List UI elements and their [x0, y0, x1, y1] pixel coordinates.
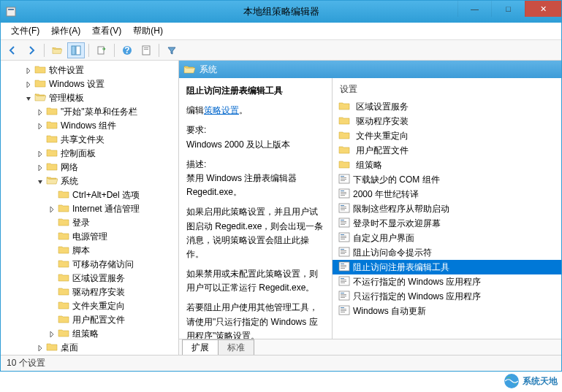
filter-button[interactable] — [163, 42, 181, 58]
tree-toggle-icon[interactable] — [36, 164, 45, 172]
tree-toggle-icon[interactable] — [36, 108, 45, 117]
folder-icon — [58, 189, 72, 201]
tree-toggle-icon[interactable] — [24, 66, 33, 75]
menu-view[interactable]: 查看(V) — [86, 23, 127, 39]
list-item[interactable]: 驱动程序安装 — [333, 114, 561, 128]
help-button[interactable]: ? — [118, 42, 136, 58]
tree-node[interactable]: Internet 通信管理 — [1, 202, 178, 216]
tree-node[interactable]: Ctrl+Alt+Del 选项 — [1, 188, 178, 202]
svg-rect-7 — [8, 9, 14, 10]
setting-icon — [338, 188, 350, 201]
requirements-label: 要求: — [186, 125, 206, 135]
content-header-title: 系统 — [200, 64, 217, 76]
edit-policy-link[interactable]: 策略设置 — [204, 105, 239, 115]
list-item-label: 组策略 — [356, 159, 382, 172]
back-button[interactable] — [4, 42, 21, 58]
export-button[interactable] — [93, 42, 110, 58]
description-p1: 禁用 Windows 注册表编辑器 Regedit.exe。 — [186, 173, 297, 197]
properties-button[interactable] — [137, 42, 155, 58]
menu-help[interactable]: 帮助(H) — [127, 23, 169, 39]
svg-rect-14 — [144, 47, 148, 48]
tree-label: 脚本 — [72, 245, 90, 257]
forward-button[interactable] — [23, 42, 40, 58]
watermark: 系统天地 — [504, 373, 558, 389]
tree-label: 区域设置服务 — [72, 272, 125, 285]
tree-toggle-icon[interactable] — [48, 205, 56, 214]
show-tree-button[interactable] — [67, 42, 85, 58]
list-item[interactable]: 区域设置服务 — [333, 99, 561, 114]
folder-icon — [46, 106, 61, 118]
description-p4: 若要阻止用户使用其他管理工具，请使用"只运行指定的 Windows 应用程序"策… — [186, 301, 324, 339]
tree-node[interactable]: 系统 — [1, 174, 178, 188]
tree-node[interactable]: 组策略 — [1, 327, 178, 341]
list-item-label: 文件夹重定向 — [356, 130, 409, 142]
svg-rect-13 — [143, 46, 150, 55]
maximize-button[interactable]: □ — [491, 1, 525, 17]
app-icon — [5, 6, 17, 18]
tree-toggle-icon[interactable] — [36, 150, 45, 158]
tree-pane[interactable]: 软件设置Windows 设置管理模板"开始"菜单和任务栏Windows 组件共享… — [1, 61, 179, 355]
settings-list-pane[interactable]: 设置 区域设置服务驱动程序安装文件夹重定向用户配置文件组策略下载缺少的 COM … — [333, 78, 561, 339]
list-item[interactable]: Windows 自动更新 — [333, 304, 561, 318]
tree-node[interactable]: Windows 组件 — [1, 119, 178, 133]
up-button[interactable] — [48, 42, 66, 58]
tree-node[interactable]: 电源管理 — [1, 230, 178, 244]
tree-node[interactable]: 可移动存储访问 — [1, 258, 178, 272]
watermark-text: 系统天地 — [523, 375, 558, 388]
tree-node[interactable]: 登录 — [1, 216, 178, 230]
list-item[interactable]: 不运行指定的 Windows 应用程序 — [333, 274, 561, 289]
tree-node[interactable]: 管理模板 — [1, 91, 178, 105]
menu-action[interactable]: 操作(A) — [45, 23, 86, 39]
list-item[interactable]: 登录时不显示欢迎屏幕 — [333, 216, 561, 231]
list-item-label: 自定义用户界面 — [353, 232, 414, 245]
setting-icon — [338, 276, 350, 288]
tree-toggle-icon[interactable] — [24, 80, 33, 89]
tree-label: 可移动存储访问 — [72, 258, 134, 271]
minimize-button[interactable]: — — [457, 1, 491, 17]
tree-node[interactable]: 驱动程序安装 — [1, 285, 178, 299]
tree-node[interactable]: 桌面 — [1, 341, 178, 355]
tree-node[interactable]: 用户配置文件 — [1, 313, 178, 327]
tree-node[interactable]: 网络 — [1, 161, 178, 174]
view-tabs: 扩展 标准 — [179, 339, 561, 355]
folder-icon — [58, 258, 72, 271]
list-item[interactable]: 自定义用户界面 — [333, 231, 561, 245]
tab-extended[interactable]: 扩展 — [182, 339, 219, 355]
tree-toggle-icon[interactable] — [36, 177, 45, 186]
tree-toggle-icon[interactable] — [36, 122, 45, 131]
tree-label: Internet 通信管理 — [72, 203, 140, 215]
list-item[interactable]: 阻止访问命令提示符 — [333, 245, 561, 260]
list-item[interactable]: 阻止访问注册表编辑工具 — [333, 260, 561, 274]
tree-label: 共享文件夹 — [61, 134, 105, 146]
tree-node[interactable]: 脚本 — [1, 244, 178, 258]
content-header: 系统 — [179, 61, 561, 78]
close-button[interactable]: ✕ — [525, 1, 561, 17]
tree-toggle-icon[interactable] — [24, 94, 33, 103]
folder-open-icon — [46, 175, 61, 188]
list-item[interactable]: 用户配置文件 — [333, 143, 561, 158]
list-column-header[interactable]: 设置 — [333, 81, 561, 99]
folder-icon — [338, 115, 353, 128]
list-item[interactable]: 2000 年世纪转译 — [333, 187, 561, 201]
tree-toggle-icon[interactable] — [48, 330, 56, 339]
tree-node[interactable]: 控制面板 — [1, 147, 178, 161]
list-item[interactable]: 只运行指定的 Windows 应用程序 — [333, 289, 561, 304]
tree-toggle-icon[interactable] — [36, 344, 45, 353]
tree-node[interactable]: 软件设置 — [1, 64, 178, 77]
tree-node[interactable]: 文件夹重定向 — [1, 299, 178, 313]
tree-label: 登录 — [72, 217, 90, 229]
tree-label: 管理模板 — [49, 92, 84, 104]
tree-node[interactable]: 区域设置服务 — [1, 272, 178, 285]
tree-node[interactable]: Windows 设置 — [1, 77, 178, 91]
setting-icon — [338, 174, 350, 186]
menu-file[interactable]: 文件(F) — [5, 23, 45, 39]
list-item[interactable]: 组策略 — [333, 158, 561, 172]
setting-icon — [338, 218, 350, 230]
list-item[interactable]: 文件夹重定向 — [333, 128, 561, 143]
tab-standard[interactable]: 标准 — [218, 339, 254, 355]
tree-node[interactable]: "开始"菜单和任务栏 — [1, 105, 178, 119]
list-item[interactable]: 下载缺少的 COM 组件 — [333, 172, 561, 187]
tree-node[interactable]: 共享文件夹 — [1, 133, 178, 147]
setting-icon — [338, 305, 350, 318]
list-item[interactable]: 限制这些程序从帮助启动 — [333, 201, 561, 216]
